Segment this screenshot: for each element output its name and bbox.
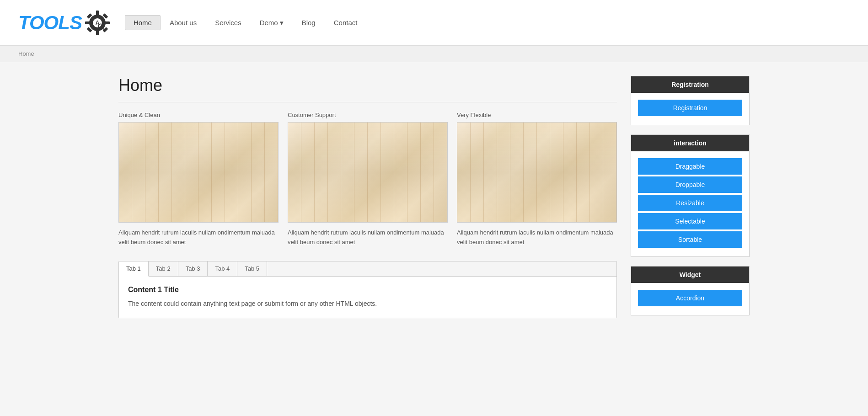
nav-item-contact[interactable]: Contact: [325, 0, 367, 46]
sortable-button[interactable]: Sortable: [638, 231, 742, 248]
widget-widget-body: Accordion: [631, 283, 749, 315]
tab-4[interactable]: Tab 4: [208, 261, 237, 276]
card-image-2: [288, 122, 448, 223]
tab-5[interactable]: Tab 5: [237, 261, 267, 276]
droppable-button[interactable]: Droppable: [638, 176, 742, 193]
card-customer-support: Customer Support Aliquam hendrit rutrum …: [288, 112, 448, 247]
widget-registration-header: Registration: [631, 76, 749, 93]
cards-row: Unique & Clean Aliquam hendrit rutrum ia…: [118, 112, 617, 247]
header: TOOLS A Home About us: [0, 0, 868, 46]
main-nav: Home About us Services Demo ▾ Blog Conta…: [125, 0, 367, 46]
tab-1[interactable]: Tab 1: [119, 261, 149, 277]
card-image-3: [457, 122, 617, 223]
logo: TOOLS A: [18, 9, 111, 37]
widget-widget: Widget Accordion: [631, 266, 750, 315]
card-text-2: Aliquam hendrit rutrum iaculis nullam on…: [288, 228, 448, 247]
widget-interaction: interaction Draggable Droppable Resizabl…: [631, 134, 750, 257]
accordion-button[interactable]: Accordion: [638, 290, 742, 306]
content-area: Home Unique & Clean Aliquam hendrit rutr…: [118, 76, 617, 325]
sidebar: Registration Registration interaction Dr…: [631, 76, 750, 325]
logo-text: TOOLS: [18, 12, 82, 34]
page-title: Home: [118, 76, 617, 102]
nav-item-blog[interactable]: Blog: [293, 0, 325, 46]
tabs-header: Tab 1 Tab 2 Tab 3 Tab 4 Tab 5: [119, 261, 616, 277]
breadcrumb: Home: [0, 46, 868, 62]
card-image-1: [118, 122, 279, 223]
card-label-2: Customer Support: [288, 112, 448, 118]
resizable-button[interactable]: Resizable: [638, 195, 742, 211]
widget-registration: Registration Registration: [631, 76, 750, 125]
svg-rect-3: [105, 21, 110, 24]
tab-3[interactable]: Tab 3: [178, 261, 208, 276]
svg-rect-0: [96, 11, 99, 16]
nav-item-demo[interactable]: Demo ▾: [251, 0, 293, 46]
tab-content-text: The content could contain anything text …: [128, 299, 607, 309]
tab-2[interactable]: Tab 2: [149, 261, 178, 276]
card-text-3: Aliquam hendrit rutrum iaculis nullam on…: [457, 228, 617, 247]
card-unique-clean: Unique & Clean Aliquam hendrit rutrum ia…: [118, 112, 279, 247]
widget-widget-header: Widget: [631, 267, 749, 283]
tab-content-title: Content 1 Title: [128, 286, 607, 294]
tabs-container: Tab 1 Tab 2 Tab 3 Tab 4 Tab 5 Content 1 …: [118, 261, 617, 318]
dropdown-arrow-icon: ▾: [280, 19, 284, 26]
nav-item-home[interactable]: Home: [125, 15, 161, 30]
nav-item-services[interactable]: Services: [206, 0, 251, 46]
svg-rect-1: [96, 30, 99, 35]
widget-interaction-header: interaction: [631, 135, 749, 151]
nav-item-about[interactable]: About us: [161, 0, 206, 46]
card-text-1: Aliquam hendrit rutrum iaculis nullam on…: [118, 228, 279, 247]
registration-button[interactable]: Registration: [638, 100, 742, 116]
selectable-button[interactable]: Selectable: [638, 213, 742, 229]
main-container: Home Unique & Clean Aliquam hendrit rutr…: [100, 62, 768, 338]
card-very-flexible: Very Flexible Aliquam hendrit rutrum iac…: [457, 112, 617, 247]
draggable-button[interactable]: Draggable: [638, 158, 742, 175]
svg-rect-2: [85, 21, 90, 24]
widget-interaction-body: Draggable Droppable Resizable Selectable…: [631, 151, 749, 256]
tab-content-panel: Content 1 Title The content could contai…: [119, 277, 616, 318]
card-label-3: Very Flexible: [457, 112, 617, 118]
widget-registration-body: Registration: [631, 93, 749, 125]
card-label-1: Unique & Clean: [118, 112, 279, 118]
gear-icon: A: [84, 9, 111, 37]
breadcrumb-text: Home: [18, 50, 34, 57]
